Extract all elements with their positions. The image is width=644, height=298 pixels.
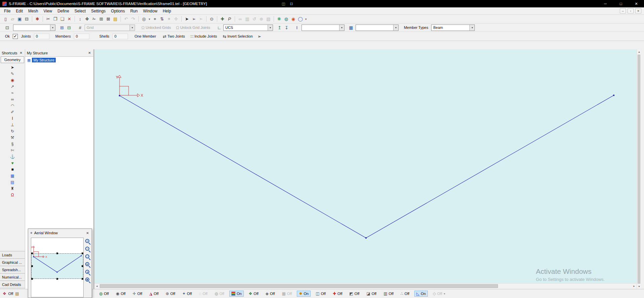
scroll-up-arrow-icon[interactable]: ▲ xyxy=(638,51,640,53)
open-file-button[interactable]: ▱ xyxy=(9,16,16,22)
move-button[interactable]: ✥ xyxy=(84,16,90,22)
scroll-down-arrow-icon[interactable]: ▼ xyxy=(638,285,640,288)
menu-window[interactable]: Window xyxy=(140,8,160,14)
invert-selection[interactable]: ⇆Invert Selection xyxy=(222,34,253,39)
menu-file[interactable]: File xyxy=(1,8,13,14)
close-icon[interactable]: ✕ xyxy=(19,51,23,55)
raise-icon[interactable]: ↥ xyxy=(276,24,283,31)
zoom-window-tool[interactable]: □ xyxy=(85,254,91,260)
trim-tool[interactable]: ✄ xyxy=(9,148,16,153)
member-tool[interactable]: ↗ xyxy=(9,84,16,89)
dropdown-arrow-icon[interactable]: ▾ xyxy=(469,25,474,31)
dropdown-arrow-icon[interactable]: ▾ xyxy=(50,25,55,31)
split-member-button[interactable]: ✁ xyxy=(91,16,97,22)
mdi-close-button[interactable]: ✕ xyxy=(635,8,641,13)
section-selector[interactable]: ▾ xyxy=(356,24,399,31)
magnet-tool[interactable]: Ω xyxy=(9,192,16,198)
save-file-button[interactable]: ▣ xyxy=(16,16,23,22)
load-display-toggle[interactable]: ⊕Off xyxy=(164,291,177,297)
panel-display-toggle[interactable]: ◫Off xyxy=(314,291,328,297)
dropdown-arrow-icon[interactable]: ▾ xyxy=(339,25,344,31)
ucs-selector[interactable]: UCS▾ xyxy=(223,24,273,31)
maximize-button[interactable]: □ xyxy=(613,0,629,7)
menu-settings[interactable]: Settings xyxy=(88,8,108,14)
section-display-toggle[interactable]: ◈Off xyxy=(264,291,277,297)
select-button[interactable]: ➤ xyxy=(184,16,190,22)
dropdown-arrow-icon[interactable]: ▾ xyxy=(268,25,273,31)
more-display-options[interactable]: ◇Off▾ xyxy=(431,291,447,297)
mdi-minimize-button[interactable]: ─ xyxy=(620,8,626,13)
close-icon[interactable]: ✕ xyxy=(88,51,92,55)
lower-icon[interactable]: ↧ xyxy=(283,24,290,31)
print-button[interactable]: ⊟ xyxy=(24,16,30,22)
sidebar-tab-numerical[interactable]: Numerical... xyxy=(0,273,25,281)
member-display-toggle[interactable]: ◉Off xyxy=(114,291,128,297)
globe-button[interactable]: ◍ xyxy=(283,16,289,22)
horizontal-scrollbar[interactable]: ◄ ► xyxy=(94,283,637,289)
load-p-button[interactable]: P xyxy=(226,16,233,22)
menu-help[interactable]: Help xyxy=(160,8,174,14)
select-tool[interactable]: ➤ xyxy=(9,65,16,70)
solid-display-toggle[interactable]: ◍Off xyxy=(213,291,226,297)
cad-layers-icon[interactable]: ▤ xyxy=(15,292,19,296)
visibility-button[interactable]: ⊙ xyxy=(209,16,215,22)
snap-display-toggle[interactable]: ◺On xyxy=(414,291,428,297)
support-display-toggle[interactable]: ◮Off xyxy=(147,291,160,297)
copy-button[interactable]: ❐ xyxy=(52,16,58,22)
member-axis-icon[interactable]: I xyxy=(294,24,300,31)
mesh-tool[interactable]: ▦ xyxy=(9,173,16,179)
add-load-button[interactable]: ✚ xyxy=(219,16,226,22)
continuous-member-tool[interactable]: ∞ xyxy=(9,97,16,102)
scroll-right-arrow-icon[interactable]: ► xyxy=(633,285,635,287)
zoom-extents-tool[interactable]: ✛ xyxy=(85,262,91,268)
spreadsheet-tool[interactable]: ▤ xyxy=(9,180,16,185)
menu-run[interactable]: Run xyxy=(128,8,140,14)
render-display-toggle[interactable]: ✹On xyxy=(297,291,311,297)
preferences-button[interactable]: ✱ xyxy=(34,16,41,22)
scroll-left-arrow-icon[interactable]: ◄ xyxy=(96,285,98,287)
section-table-icon[interactable]: ▦ xyxy=(348,24,354,31)
cut-button[interactable]: ✂ xyxy=(45,16,51,22)
reaction-display-toggle[interactable]: ∴Off xyxy=(399,291,411,297)
zoom-previous-tool[interactable]: ◄ xyxy=(85,269,91,276)
dropdown-arrow-icon[interactable]: ▾ xyxy=(130,25,135,31)
grid-table-icon[interactable]: ⊞ xyxy=(59,24,65,31)
results-toggle-icon[interactable]: ❖ xyxy=(3,292,6,296)
shell-display-toggle[interactable]: ◌Off xyxy=(197,291,210,297)
grid-toggle-icon[interactable]: # xyxy=(77,24,83,31)
sidebar-tab-graphical[interactable]: Graphical ... xyxy=(0,258,25,266)
ucs-icon[interactable]: ∟ xyxy=(216,24,223,31)
support-tool[interactable]: ⊥ xyxy=(9,122,16,128)
sphere-button[interactable]: ◯ xyxy=(297,16,304,22)
moment-display-toggle[interactable]: ✚Off xyxy=(331,291,344,297)
joint-tool[interactable]: ◉ xyxy=(9,78,16,83)
close-icon[interactable]: ✕ xyxy=(86,231,90,235)
select-window-button[interactable]: ➢ xyxy=(191,16,197,22)
arc-tool[interactable]: ◠ xyxy=(9,103,16,108)
menu-edit[interactable]: Edit xyxy=(13,8,26,14)
annotate-tool[interactable]: ✐ xyxy=(9,109,16,115)
view-camera-icon[interactable]: ⊡ xyxy=(4,24,10,31)
menu-mesh[interactable]: Mesh xyxy=(26,8,41,14)
vertical-scrollbar[interactable]: ▲ ▼ xyxy=(637,49,641,289)
grid-plus-button[interactable]: ⊞ xyxy=(98,16,104,22)
grid-lock-button[interactable]: ⊠ xyxy=(105,16,111,22)
menu-options[interactable]: Options xyxy=(108,8,128,14)
aerial-window-header[interactable]: ⌖ Aerial Window ✕ xyxy=(28,229,92,237)
torsion-display-toggle[interactable]: ◪Off xyxy=(364,291,378,297)
include-joints[interactable]: ∷Include Joints xyxy=(190,34,217,39)
member-types-selector[interactable]: Beam▾ xyxy=(431,24,475,31)
view-selector[interactable]: ▾ xyxy=(13,24,55,31)
label-display-toggle[interactable]: ✦Off xyxy=(180,291,194,297)
dropdown-arrow-icon[interactable]: ▾ xyxy=(393,25,398,31)
delete-button[interactable]: ✕ xyxy=(66,16,73,22)
zoom-in-tool[interactable]: + xyxy=(85,239,91,245)
sidebar-tab-cad-details[interactable]: Cad Details xyxy=(0,281,25,288)
two-joints[interactable]: ⇄Two Joints xyxy=(162,34,185,39)
minimize-button[interactable]: ─ xyxy=(598,0,613,7)
close-button[interactable]: ✕ xyxy=(629,0,644,7)
menu-select[interactable]: Select xyxy=(72,8,88,14)
menu-view[interactable]: View xyxy=(41,8,55,14)
zoom-mode-arrow[interactable]: ▾ xyxy=(148,16,151,22)
axes-display-toggle[interactable]: ✛Off xyxy=(131,291,144,297)
